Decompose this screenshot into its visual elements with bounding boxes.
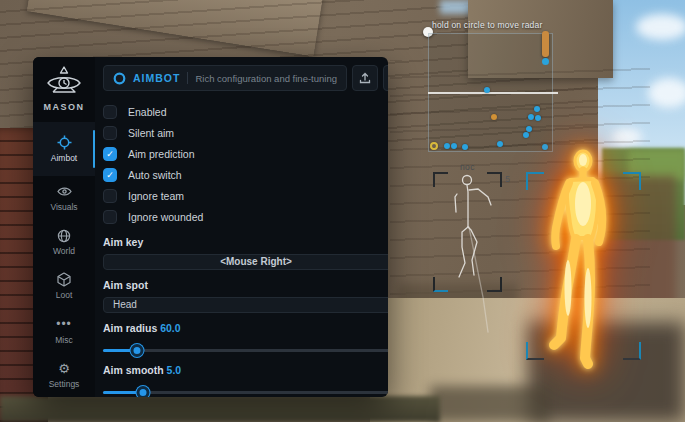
aim-spot-dropdown[interactable]: Head ▼ (103, 297, 388, 313)
esp-corner (526, 342, 544, 360)
aim-smooth-slider[interactable] (103, 386, 388, 395)
target-icon (113, 72, 126, 85)
esp-player-name: noc (433, 162, 502, 172)
checkbox-label: Silent aim (128, 127, 174, 139)
mason-logo-icon (44, 65, 84, 99)
sidebar-item-settings[interactable]: ⚙ Settings (33, 353, 95, 397)
checkbox: ✓ (103, 126, 117, 140)
checkbox-ignore-team[interactable]: ✓ Ignore team (103, 185, 388, 206)
radar-player-dot (462, 144, 468, 150)
aim-spot-label: Aim spot (103, 279, 388, 291)
sidebar-item-aimbot[interactable]: Aimbot (33, 122, 95, 176)
gear-icon: ⚙ (58, 361, 70, 376)
aim-smooth-label: Aim smooth 5.0 (103, 364, 388, 376)
checkbox: ✓ (103, 105, 117, 119)
radar (428, 33, 553, 152)
checkbox-aim-prediction[interactable]: ✓ Aim prediction (103, 143, 388, 164)
slider-thumb[interactable] (136, 386, 149, 397)
ellipsis-icon: ••• (56, 317, 72, 332)
radar-crossline (428, 92, 558, 94)
esp-corner (623, 342, 641, 360)
game-screen: hold on circle to move radar noc 5 (0, 0, 685, 422)
player-marker-dot (542, 58, 549, 65)
aim-radius-value: 60.0 (160, 322, 180, 334)
aim-smooth-value: 5.0 (167, 364, 182, 376)
radar-player-dot (523, 132, 529, 138)
checkbox: ✓ (103, 189, 117, 203)
panel-title-bar: AIMBOT Rich configuration and fine-tunin… (103, 65, 347, 91)
ground-shadow (430, 386, 550, 422)
esp-corner (623, 172, 641, 190)
checkbox-label: Enabled (128, 106, 167, 118)
radar-player-dot (535, 115, 541, 121)
eye-icon (57, 184, 72, 199)
radar-player-dot (444, 143, 450, 149)
sidebar-item-label: Settings (49, 379, 80, 389)
radar-player-dot (528, 114, 534, 120)
radar-player-dot (484, 87, 490, 93)
radar-player-dot (534, 106, 540, 112)
sidebar-item-label: Visuals (50, 202, 77, 212)
checkbox-label: Aim prediction (128, 148, 195, 160)
menu-content: AIMBOT Rich configuration and fine-tunin… (95, 57, 388, 397)
esp-corner (526, 172, 544, 190)
aim-key-label: Aim key (103, 236, 388, 248)
slider-thumb[interactable] (130, 344, 143, 357)
sidebar-item-label: World (53, 246, 75, 256)
checkbox-label: Ignore team (128, 190, 184, 202)
upload-icon (359, 72, 371, 84)
import-config-button[interactable] (383, 65, 388, 91)
skeleton-esp (428, 172, 508, 297)
cube-icon (57, 272, 71, 287)
checkbox: ✓ (103, 147, 117, 161)
radar-local-player-marker (430, 142, 438, 150)
checkbox-enabled[interactable]: ✓ Enabled (103, 101, 388, 122)
checkbox: ✓ (103, 168, 117, 182)
sidebar-item-misc[interactable]: ••• Misc (33, 309, 95, 353)
slider-track (103, 349, 388, 352)
panel-subtitle: Rich configuration and fine-tuning (195, 73, 337, 84)
player-esp-box (526, 172, 641, 360)
panel-header: AIMBOT Rich configuration and fine-tunin… (103, 65, 388, 91)
export-config-button[interactable] (352, 65, 378, 91)
cloud (636, 14, 685, 40)
divider (187, 72, 188, 84)
brand: MASON (44, 65, 85, 122)
menu-sidebar: MASON Aimbot Visuals World (33, 57, 95, 397)
aim-radius-label: Aim radius 60.0 (103, 322, 388, 334)
sidebar-item-visuals[interactable]: Visuals (33, 176, 95, 220)
loot-marker-bar (542, 31, 549, 57)
radar-hint-text: hold on circle to move radar (432, 20, 543, 30)
checkbox-ignore-wounded[interactable]: ✓ Ignore wounded (103, 206, 388, 227)
skeleton-esp-box: noc 5 (433, 172, 502, 292)
sidebar-item-label: Misc (55, 335, 72, 345)
radar-player-dot (451, 143, 457, 149)
panel-title: AIMBOT (133, 72, 180, 84)
checkbox-label: Auto switch (128, 169, 182, 181)
aim-spot-value: Head (113, 299, 137, 310)
sidebar-item-label: Aimbot (51, 153, 77, 163)
crosshair-icon (57, 135, 72, 150)
checkbox-auto-switch[interactable]: ✓ Auto switch (103, 164, 388, 185)
road (0, 396, 440, 422)
globe-icon (57, 228, 71, 243)
aim-key-button[interactable]: <Mouse Right> (103, 254, 388, 270)
sidebar-item-label: Loot (56, 290, 73, 300)
aim-radius-slider[interactable] (103, 344, 388, 353)
world-markers (542, 31, 552, 67)
cloud (648, 78, 685, 108)
sidebar-item-world[interactable]: World (33, 220, 95, 264)
cheat-menu-window: MASON Aimbot Visuals World (33, 57, 388, 397)
radar-player-dot (497, 141, 503, 147)
sidebar-item-loot[interactable]: Loot (33, 264, 95, 308)
radar-player-dot (491, 114, 497, 120)
checkbox-label: Ignore wounded (128, 211, 203, 223)
checkbox: ✓ (103, 210, 117, 224)
checkbox-silent-aim[interactable]: ✓ Silent aim (103, 122, 388, 143)
brand-name: MASON (44, 102, 85, 112)
checkbox-list: ✓ Enabled ✓ Silent aim ✓ Aim prediction … (103, 101, 388, 227)
